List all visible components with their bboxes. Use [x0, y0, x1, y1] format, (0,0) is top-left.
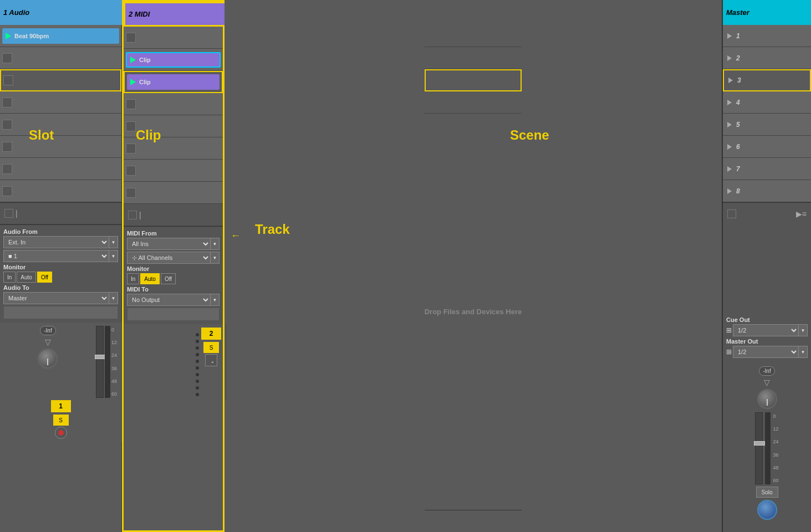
- midi-clip-slot-3[interactable]: Clip: [124, 71, 223, 93]
- midi-dot-1: [196, 333, 199, 336]
- audio-channel-dropdown[interactable]: ■ 1: [3, 250, 109, 262]
- cue-channel-dropdown[interactable]: 1/2: [733, 324, 799, 336]
- midi-dot-4: [196, 353, 199, 356]
- midi-to-dropdown[interactable]: No Output: [127, 294, 211, 306]
- stop-btn-2[interactable]: [2, 53, 12, 63]
- stop-btn-3[interactable]: [3, 75, 13, 85]
- master-scene-4[interactable]: 4: [723, 91, 811, 114]
- midi-clip-slot-4[interactable]: [124, 93, 223, 115]
- stop-btn-8[interactable]: [2, 186, 12, 196]
- midi-monitor-auto-btn[interactable]: Auto: [140, 273, 160, 284]
- midi-stop-btn-8[interactable]: [126, 188, 136, 198]
- midi-clip-slot-1[interactable]: [124, 27, 223, 49]
- midi-channel-dropdown[interactable]: ⊹ All Channels: [127, 252, 211, 264]
- stop-btn-4[interactable]: [2, 98, 12, 108]
- midi-stop-all-btn[interactable]: [128, 211, 137, 219]
- midi-arm-btn[interactable]: 𝅘: [205, 354, 217, 366]
- midi-stop-btn-4[interactable]: [126, 99, 136, 109]
- stop-btn-5[interactable]: [2, 120, 12, 130]
- midi-monitor-in-btn[interactable]: In: [127, 273, 139, 284]
- master-column: Master 1 2 3 4: [722, 0, 811, 532]
- audio-from-dropdown[interactable]: Ext. In: [3, 236, 109, 248]
- audio-track-controls: Audio From Ext. In ▼ ■ 1 ▼ Monitor: [0, 224, 121, 323]
- audio-channel-arrow[interactable]: ▼: [109, 250, 118, 262]
- midi-to-label: MIDI To: [127, 286, 220, 293]
- midi-track-header[interactable]: 2 MIDI: [124, 2, 226, 27]
- return-to-arr-icon[interactable]: ▶≡: [796, 209, 807, 218]
- audio-clip-slot-7[interactable]: [0, 158, 121, 180]
- midi-clip-slot-2[interactable]: Clip: [124, 49, 223, 71]
- audio-clip-slot-3[interactable]: [0, 69, 121, 91]
- audio-clip-beat[interactable]: Beat 90bpm: [2, 28, 119, 44]
- midi-clip-name-2: Clip: [139, 57, 151, 63]
- master-channel-arrow[interactable]: ▼: [799, 346, 808, 358]
- cue-icon: ⊞: [726, 326, 732, 334]
- midi-stop-btn-5[interactable]: [126, 121, 136, 131]
- scene-num-1: 1: [736, 32, 740, 40]
- master-scene-2[interactable]: 2: [723, 47, 811, 69]
- audio-clip-slot-4[interactable]: [0, 91, 121, 114]
- master-mixer: -Inf ▽ 0 12 24 36 48: [723, 363, 811, 532]
- midi-clip-3[interactable]: Clip: [127, 74, 220, 90]
- scene-play-4: [727, 100, 732, 105]
- monitor-auto-btn[interactable]: Auto: [17, 272, 36, 283]
- master-scene-5[interactable]: 5: [723, 114, 811, 136]
- master-stop-btn[interactable]: [727, 209, 736, 218]
- master-solo-btn[interactable]: Solo: [756, 487, 778, 498]
- monitor-in-btn[interactable]: In: [3, 272, 16, 283]
- midi-clip-2[interactable]: Clip: [126, 52, 221, 68]
- master-fader-track[interactable]: [755, 412, 763, 484]
- midi-track-name: 2 MIDI: [129, 10, 150, 18]
- master-scene-6[interactable]: 6: [723, 136, 811, 158]
- midi-to-arrow[interactable]: ▼: [211, 294, 220, 306]
- midi-from-dropdown[interactable]: All Ins: [127, 238, 211, 250]
- midi-monitor-off-btn[interactable]: Off: [161, 273, 176, 284]
- midi-solo-btn[interactable]: S: [203, 342, 219, 353]
- midi-channel-number-btn[interactable]: 2: [201, 328, 221, 340]
- audio-level-markers: 0 12 24 36 48 60: [111, 326, 117, 398]
- stop-btn-7[interactable]: [2, 164, 12, 174]
- midi-from-arrow[interactable]: ▼: [211, 238, 220, 250]
- audio-fader-handle[interactable]: [95, 355, 106, 359]
- audio-to-arrow[interactable]: ▼: [109, 292, 118, 304]
- master-scene-1[interactable]: 1: [723, 25, 811, 47]
- audio-fader-track[interactable]: [96, 326, 104, 398]
- stop-btn-6[interactable]: [2, 142, 12, 152]
- monitor-off-btn[interactable]: Off: [37, 272, 52, 283]
- audio-to-dropdown[interactable]: Master: [3, 292, 109, 304]
- midi-clip-slot-7[interactable]: [124, 160, 223, 182]
- midi-dot-9: [196, 386, 199, 390]
- audio-arm-btn[interactable]: [55, 427, 67, 439]
- audio-from-arrow[interactable]: ▼: [109, 236, 118, 248]
- audio-clip-slot-2[interactable]: [0, 47, 121, 69]
- audio-stop-all-btn[interactable]: [4, 209, 13, 218]
- drop-files-text: Drop Files and Devices Here: [425, 308, 522, 316]
- drop-stop-row: [425, 510, 522, 532]
- audio-clip-slot-1[interactable]: Beat 90bpm: [0, 25, 121, 47]
- master-fader-handle[interactable]: [754, 441, 765, 446]
- midi-clip-name-3: Clip: [139, 79, 151, 85]
- midi-stop-btn-1[interactable]: [126, 33, 136, 43]
- midi-dot-8: [196, 380, 199, 383]
- audio-channel-number-btn[interactable]: 1: [51, 400, 71, 412]
- master-track-header[interactable]: Master: [723, 0, 811, 25]
- audio-clip-slot-5[interactable]: [0, 114, 121, 136]
- audio-track-header[interactable]: 1 Audio: [0, 0, 122, 25]
- master-headphone-knob[interactable]: [757, 500, 777, 520]
- audio-volume-knob[interactable]: [38, 349, 58, 369]
- audio-clip-slot-6[interactable]: [0, 136, 121, 158]
- midi-stop-btn-6[interactable]: [126, 144, 136, 154]
- midi-clip-slot-5[interactable]: [124, 115, 223, 137]
- master-channel-dropdown[interactable]: 1/2: [733, 346, 799, 358]
- midi-channel-arrow[interactable]: ▼: [211, 252, 220, 264]
- master-scene-7[interactable]: 7: [723, 158, 811, 180]
- midi-stop-btn-7[interactable]: [126, 166, 136, 176]
- midi-clip-slot-6[interactable]: [124, 137, 223, 160]
- cue-channel-arrow[interactable]: ▼: [799, 324, 808, 336]
- audio-solo-btn[interactable]: S: [53, 415, 69, 426]
- midi-clip-slot-8[interactable]: [124, 182, 223, 204]
- master-scene-8[interactable]: 8: [723, 180, 811, 202]
- master-volume-knob[interactable]: [757, 389, 777, 409]
- audio-clip-slot-8[interactable]: [0, 180, 121, 202]
- master-scene-3[interactable]: 3: [723, 69, 811, 91]
